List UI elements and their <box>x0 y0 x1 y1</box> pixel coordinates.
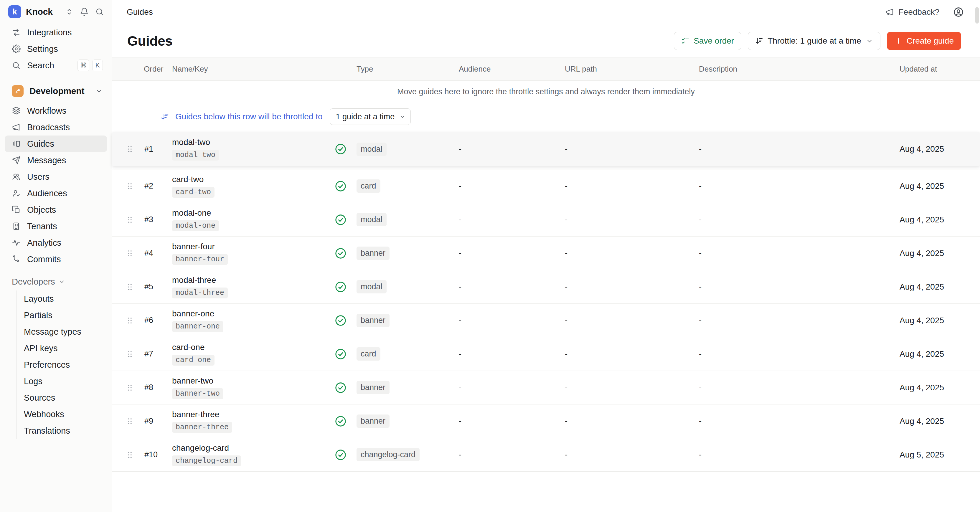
sidebar-item-sources[interactable]: Sources <box>17 390 112 406</box>
sidebar-item-label: Message types <box>24 327 81 337</box>
drag-handle[interactable] <box>112 182 142 191</box>
guide-updated-at: Aug 4, 2025 <box>900 383 980 393</box>
sidebar-item-message-types[interactable]: Message types <box>17 323 112 340</box>
scrollbar-thumb[interactable] <box>975 7 979 24</box>
sidebar-item-label: Logs <box>24 377 43 386</box>
guide-status-published <box>334 314 356 327</box>
guide-name-cell[interactable]: card-two card-two <box>171 175 334 198</box>
save-order-button[interactable]: Save order <box>674 32 741 50</box>
audiences-icon <box>12 189 21 198</box>
users-icon <box>12 172 21 181</box>
sidebar-item-label: Webhooks <box>24 409 64 419</box>
topbar: Guides Feedback? <box>112 0 980 24</box>
guide-url-path: - <box>565 316 699 325</box>
guide-updated-at: Aug 4, 2025 <box>900 350 980 359</box>
guide-audience: - <box>459 350 565 359</box>
chevron-down-icon <box>399 113 406 120</box>
search-icon[interactable] <box>95 7 104 16</box>
guide-name-cell[interactable]: changelog-card changelog-card <box>171 444 334 466</box>
guide-order: #3 <box>142 215 171 224</box>
drag-handle[interactable] <box>112 350 142 359</box>
sidebar-item-broadcasts[interactable]: Broadcasts <box>5 119 107 135</box>
create-guide-button[interactable]: Create guide <box>887 32 961 50</box>
drag-handle[interactable] <box>112 145 142 153</box>
notifications-bell-icon[interactable] <box>80 7 89 16</box>
ignore-throttle-dropzone: Move guides here to ignore the throttle … <box>112 81 980 103</box>
drag-handle[interactable] <box>112 316 142 325</box>
guide-name-cell[interactable]: modal-two modal-two <box>171 138 334 161</box>
type-badge: modal <box>356 143 387 156</box>
workspace-header: k Knock <box>0 0 112 22</box>
drag-handle[interactable] <box>112 450 142 459</box>
sidebar-item-label: Commits <box>27 254 61 264</box>
throttle-value-dropdown[interactable]: 1 guide at a time <box>330 108 411 125</box>
guide-status-published <box>334 348 356 360</box>
sidebar-item-audiences[interactable]: Audiences <box>5 185 107 202</box>
sidebar-item-webhooks[interactable]: Webhooks <box>17 406 112 423</box>
sidebar-item-integrations[interactable]: Integrations <box>5 24 107 41</box>
sidebar-item-preferences[interactable]: Preferences <box>17 356 112 373</box>
sidebar-item-commits[interactable]: Commits <box>5 251 107 267</box>
guide-order: #10 <box>142 450 171 459</box>
guide-url-path: - <box>565 249 699 258</box>
guide-key-badge: modal-three <box>172 288 228 299</box>
guide-name-cell[interactable]: modal-one modal-one <box>171 208 334 231</box>
sidebar-item-search[interactable]: Search⌘K <box>5 57 107 74</box>
throttle-dropdown-button[interactable]: Throttle: 1 guide at a time <box>748 32 880 50</box>
drag-handle[interactable] <box>112 417 142 426</box>
breadcrumb: Guides <box>127 7 885 17</box>
drag-handle[interactable] <box>112 383 142 392</box>
type-badge: banner <box>356 246 390 260</box>
drag-handle-icon <box>126 316 134 325</box>
status-check-circle-icon <box>334 415 347 428</box>
guide-row: #2 card-two card-two card - - - Aug 4, 2… <box>112 169 980 203</box>
sidebar-item-partials[interactable]: Partials <box>17 307 112 323</box>
guide-updated-at: Aug 5, 2025 <box>900 450 980 460</box>
guide-name-cell[interactable]: banner-three banner-three <box>171 410 334 433</box>
user-avatar[interactable] <box>953 6 964 17</box>
guide-name-cell[interactable]: modal-three modal-three <box>171 275 334 299</box>
drag-handle[interactable] <box>112 249 142 258</box>
sidebar-item-translations[interactable]: Translations <box>17 423 112 439</box>
type-badge: modal <box>356 280 387 293</box>
list-checks-icon <box>681 37 689 45</box>
workspace-switcher-icon[interactable] <box>65 8 73 16</box>
guide-name-cell[interactable]: banner-two banner-two <box>171 376 334 399</box>
sidebar-item-logs[interactable]: Logs <box>17 373 112 390</box>
sidebar-item-label: Integrations <box>27 28 72 37</box>
sidebar-item-users[interactable]: Users <box>5 169 107 185</box>
status-check-circle-icon <box>334 448 347 461</box>
guide-updated-at: Aug 4, 2025 <box>900 417 980 426</box>
sidebar-item-label: Broadcasts <box>27 122 70 132</box>
sidebar-item-guides[interactable]: Guides <box>5 135 107 152</box>
sidebar-item-tenants[interactable]: Tenants <box>5 218 107 234</box>
column-header-order: Order <box>142 65 171 74</box>
sidebar-item-api-keys[interactable]: API keys <box>17 340 112 356</box>
guide-name-cell[interactable]: banner-one banner-one <box>171 309 334 332</box>
search-icon <box>12 61 21 70</box>
guide-key-badge: banner-three <box>172 422 232 433</box>
developers-section-toggle[interactable]: Developers <box>0 273 112 290</box>
environment-switcher[interactable]: Development <box>5 82 107 100</box>
status-check-circle-icon <box>334 247 347 259</box>
status-check-circle-icon <box>334 143 347 155</box>
feedback-label: Feedback? <box>898 7 939 17</box>
sidebar-item-objects[interactable]: Objects <box>5 202 107 218</box>
sidebar-item-settings[interactable]: Settings <box>5 41 107 57</box>
feedback-button[interactable]: Feedback? <box>885 7 939 17</box>
drag-handle-icon <box>126 350 134 359</box>
guide-description: - <box>699 383 900 392</box>
sidebar-item-layouts[interactable]: Layouts <box>17 291 112 307</box>
drag-handle[interactable] <box>112 283 142 291</box>
chevron-down-icon <box>95 87 103 95</box>
sidebar-item-workflows[interactable]: Workflows <box>5 103 107 119</box>
guide-row: #10 changelog-card changelog-card change… <box>112 438 980 471</box>
sidebar-item-analytics[interactable]: Analytics <box>5 234 107 251</box>
sidebar-item-label: Messages <box>27 156 66 165</box>
guide-name-cell[interactable]: banner-four banner-four <box>171 242 334 265</box>
guide-name-cell[interactable]: card-one card-one <box>171 343 334 366</box>
tenants-icon <box>12 222 21 231</box>
drag-handle-icon <box>126 215 134 224</box>
sidebar-item-messages[interactable]: Messages <box>5 152 107 169</box>
drag-handle[interactable] <box>112 215 142 224</box>
